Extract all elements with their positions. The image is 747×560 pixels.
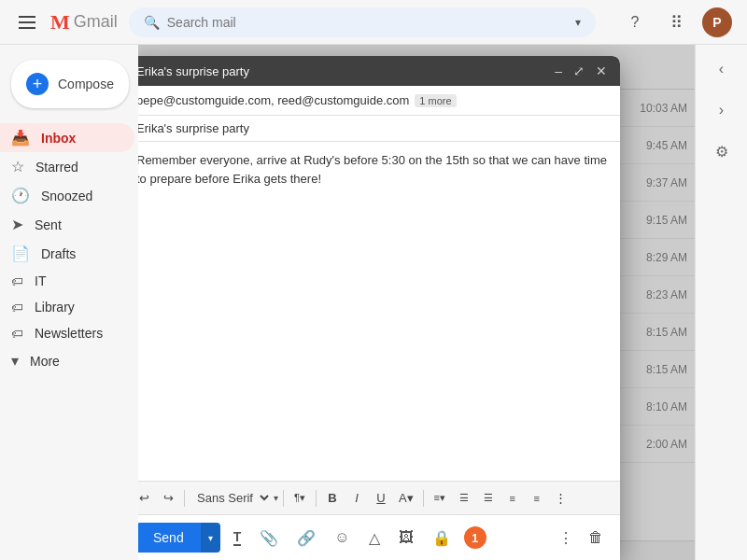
right-panel: ‹ › ⚙ — [695, 45, 747, 560]
sidebar-item-inbox[interactable]: 📥 Inbox — [0, 123, 134, 152]
sent-icon: ➤ — [11, 216, 23, 233]
insert-drive-button[interactable]: △ — [363, 524, 386, 553]
more-label: More — [30, 354, 60, 369]
send-end-actions: ⋮ 🗑 — [553, 524, 609, 553]
modal-expand-button[interactable]: ⤢ — [571, 63, 586, 78]
right-panel-nav-forward[interactable]: › — [705, 93, 739, 127]
lock-icon: 🔒 — [432, 529, 451, 547]
insert-link-button[interactable]: 🔗 — [291, 524, 321, 553]
it-label: IT — [35, 273, 46, 288]
gmail-logo: M Gmail — [50, 10, 118, 35]
modal-close-button[interactable]: ✕ — [594, 63, 609, 78]
help-button[interactable]: ? — [620, 7, 650, 37]
toolbar-separator — [316, 490, 317, 507]
menu-button[interactable] — [15, 12, 39, 33]
search-input[interactable] — [167, 15, 568, 30]
indent-decrease-button[interactable]: ≡ — [501, 489, 524, 508]
underline-button[interactable]: U — [370, 487, 392, 509]
avatar[interactable]: P — [702, 7, 732, 37]
body-text: Remember everyone, arrive at Rudy's befo… — [138, 153, 607, 186]
compose-modal: Erika's surprise party – ⤢ ✕ pepe@custom… — [138, 56, 620, 560]
sent-label: Sent — [35, 217, 62, 232]
undo-button[interactable]: ↩ — [138, 487, 155, 509]
link-icon: 🔗 — [297, 529, 316, 547]
top-header: M Gmail 🔍 ▾ ? ⠿ P — [0, 0, 747, 45]
sidebar-item-newsletters[interactable]: 🏷 Newsletters — [0, 320, 134, 346]
sidebar: + Compose 📥 Inbox ☆ Starred 🕐 Snoozed ➤ … — [0, 45, 138, 560]
insert-photo-button[interactable]: 🖼 — [393, 524, 419, 552]
drafts-icon: 📄 — [11, 245, 30, 262]
apps-button[interactable]: ⠿ — [661, 7, 691, 37]
compose-button[interactable]: + Compose — [11, 60, 129, 108]
library-icon: 🏷 — [11, 301, 23, 315]
modal-title: Erika's surprise party — [138, 64, 553, 78]
format-text-button[interactable]: T — [228, 524, 247, 552]
sidebar-item-library[interactable]: 🏷 Library — [0, 294, 134, 320]
format-toolbar: ↩ ↪ Sans Serif ▾ ¶▾ B I U A▾ ≡▾ — [138, 481, 620, 514]
confidential-button[interactable]: 🔒 — [427, 524, 457, 553]
emoji-icon: ☺ — [334, 529, 349, 546]
to-field-row: pepe@customguide.com, reed@customguide.c… — [138, 86, 620, 116]
sidebar-item-sent[interactable]: ➤ Sent — [0, 210, 134, 239]
sidebar-item-starred[interactable]: ☆ Starred — [0, 152, 134, 181]
compose-label: Compose — [58, 77, 114, 91]
header-icons: ? ⠿ P — [620, 7, 732, 37]
emoji-button[interactable]: ☺ — [329, 524, 355, 552]
starred-label: Starred — [35, 160, 78, 175]
send-options-button[interactable]: ▾ — [201, 523, 220, 553]
attach-icon: 📎 — [260, 529, 278, 547]
bold-button[interactable]: B — [321, 487, 344, 509]
right-panel-settings[interactable]: ⚙ — [705, 134, 739, 168]
main-layout: + Compose 📥 Inbox ☆ Starred 🕐 Snoozed ➤ … — [0, 45, 747, 560]
it-icon: 🏷 — [11, 274, 23, 288]
sidebar-item-it[interactable]: 🏷 IT — [0, 268, 134, 294]
sidebar-item-snoozed[interactable]: 🕐 Snoozed — [0, 181, 134, 210]
snoozed-label: Snoozed — [41, 189, 92, 203]
ordered-list-button[interactable]: ☰ — [453, 488, 475, 508]
redo-button[interactable]: ↪ — [157, 487, 179, 509]
right-panel-nav-back[interactable]: ‹ — [705, 52, 739, 86]
unordered-list-button[interactable]: ☰ — [477, 488, 500, 508]
gmail-logo-m: M — [50, 10, 70, 35]
more-options-button[interactable]: ⋮ — [553, 524, 579, 553]
photo-icon: 🖼 — [399, 529, 414, 546]
search-icon: 🔍 — [144, 15, 160, 30]
modal-controls: – ⤢ ✕ — [553, 63, 609, 78]
inbox-icon: 📥 — [11, 129, 30, 147]
send-button[interactable]: Send — [138, 523, 201, 553]
send-row: Send ▾ T 📎 🔗 ☺ △ — [138, 514, 620, 560]
drafts-label: Drafts — [41, 246, 76, 261]
trash-icon: 🗑 — [588, 529, 603, 546]
compose-body[interactable]: Remember everyone, arrive at Rudy's befo… — [138, 142, 620, 481]
font-dropdown-icon: ▾ — [274, 493, 278, 503]
italic-button[interactable]: I — [345, 487, 368, 509]
align-button[interactable]: ≡▾ — [429, 488, 451, 508]
search-dropdown-icon[interactable]: ▾ — [575, 16, 581, 29]
attach-file-button[interactable]: 📎 — [254, 524, 284, 553]
sidebar-item-more[interactable]: ▾ More — [0, 346, 134, 375]
discard-button[interactable]: 🗑 — [583, 524, 609, 553]
more-format-button[interactable]: ⋮ — [550, 487, 572, 509]
toolbar-separator — [423, 490, 424, 507]
send-button-group: Send ▾ — [138, 523, 220, 553]
sidebar-item-drafts[interactable]: 📄 Drafts — [0, 239, 134, 268]
modal-header: Erika's surprise party – ⤢ ✕ — [138, 56, 620, 86]
snoozed-icon: 🕐 — [11, 187, 30, 204]
toolbar-separator — [184, 490, 185, 507]
notification-badge[interactable]: 1 — [464, 526, 486, 549]
font-color-button[interactable]: A▾ — [394, 487, 418, 509]
drive-icon: △ — [369, 529, 380, 547]
modal-minimize-button[interactable]: – — [553, 63, 564, 78]
heading-button[interactable]: ¶▾ — [289, 488, 311, 508]
more-recipients-badge[interactable]: 1 more — [415, 94, 456, 107]
inbox-label: Inbox — [41, 131, 76, 146]
gmail-logo-text: Gmail — [74, 12, 118, 32]
font-family-select[interactable]: Sans Serif — [190, 488, 272, 508]
indent-increase-button[interactable]: ≡ — [526, 489, 548, 508]
subject-field-row[interactable]: Erika's surprise party — [138, 116, 620, 142]
content-area: Updates 10:03 AM 9:45 AM 9:37 AM 9:15 AM — [138, 45, 695, 560]
search-bar[interactable]: 🔍 ▾ — [129, 7, 596, 37]
apps-icon: ⠿ — [670, 12, 683, 33]
help-icon: ? — [631, 14, 640, 31]
more-icon: ▾ — [11, 352, 19, 370]
